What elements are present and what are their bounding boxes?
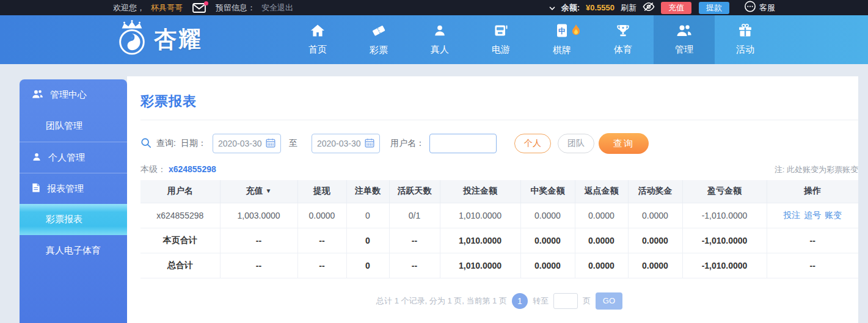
col-deposit-sortable[interactable]: 充值 ▼ xyxy=(220,180,297,203)
username-input[interactable] xyxy=(429,134,497,153)
table-cell: 0.0000 xyxy=(628,253,682,278)
goto-label: 转至 xyxy=(533,296,549,307)
live-person-icon xyxy=(433,24,447,40)
search-button[interactable]: 查询 xyxy=(599,133,649,154)
col-win-amount: 中奖金额 xyxy=(520,180,575,203)
table-cell: 0.0000 xyxy=(628,228,682,253)
team-filter-button[interactable]: 团队 xyxy=(558,134,594,153)
username-label: 用户名： xyxy=(390,138,425,149)
table-cell: x624855298 xyxy=(140,203,220,228)
nav-label: 真人 xyxy=(431,44,449,56)
nav-label: 电游 xyxy=(492,44,510,56)
goto-page-input[interactable] xyxy=(553,293,578,309)
nav-item-activity[interactable]: 活动 xyxy=(715,15,776,64)
table-cell-actions: -- xyxy=(767,228,858,253)
manage-users-icon xyxy=(676,24,692,40)
table-row: x624855298 1,003.0000 0.0000 0 0/1 1,010… xyxy=(140,203,858,228)
refresh-balance-link[interactable]: 刷新 xyxy=(621,2,636,13)
nav-label: 彩票 xyxy=(370,45,388,56)
nav-label: 棋牌 xyxy=(553,45,571,56)
home-icon xyxy=(310,24,325,40)
date-from-input[interactable]: 2020-03-30 xyxy=(213,134,281,153)
table-cell: 0 xyxy=(346,228,389,253)
main-navbar: 杏耀 首页 彩票 真人 电游 中 棋牌 xyxy=(0,15,868,64)
eye-slash-icon[interactable] xyxy=(643,2,655,13)
mail-icon[interactable] xyxy=(192,3,206,13)
sidebar-item-lottery-report[interactable]: 彩票报表 xyxy=(20,204,127,235)
date-label: 日期： xyxy=(181,138,206,149)
table-cell: 总合计 xyxy=(140,253,220,278)
sort-desc-icon: ▼ xyxy=(265,187,271,194)
nav-item-sports[interactable]: 体育 xyxy=(593,15,654,64)
sidebar-item-report-manage[interactable]: 报表管理 xyxy=(20,173,127,204)
brand-name: 杏耀 xyxy=(154,24,203,55)
sidebar-item-live-esports[interactable]: 真人电子体育 xyxy=(20,235,127,266)
personal-filter-button[interactable]: 个人 xyxy=(514,134,551,153)
sidebar-item-label: 管理中心 xyxy=(50,89,87,101)
logout-link[interactable]: 安全退出 xyxy=(261,2,293,13)
date-to-input[interactable]: 2020-03-30 xyxy=(312,134,380,153)
table-cell-profit-loss: -1,010.0000 xyxy=(682,253,767,278)
slot-machine-icon xyxy=(494,24,508,40)
table-cell: -- xyxy=(389,253,440,278)
level-user-link[interactable]: x624855298 xyxy=(169,164,216,174)
chase-number-link[interactable]: 追号 xyxy=(804,210,821,220)
go-button[interactable]: GO xyxy=(596,292,622,310)
level-label: 本级： xyxy=(140,164,166,174)
sidebar-item-team-manage[interactable]: 团队管理 xyxy=(20,111,127,142)
customer-service-button[interactable]: 客服 xyxy=(744,1,775,15)
calendar-icon[interactable] xyxy=(266,138,275,150)
table-cell-actions: 投注追号账变 xyxy=(767,203,858,228)
nav-item-egames[interactable]: 电游 xyxy=(470,15,531,64)
col-bet-amount: 投注金额 xyxy=(440,180,520,203)
table-cell: -- xyxy=(220,253,297,278)
nav-menu: 首页 彩票 真人 电游 中 棋牌 体育 xyxy=(287,15,776,64)
pagination-summary: 总计 1 个记录, 分为 1 页, 当前第 1 页 xyxy=(376,296,507,307)
col-active-days: 活跃天数 xyxy=(389,180,440,203)
search-icon xyxy=(140,137,151,150)
page-number-button[interactable]: 1 xyxy=(512,293,528,309)
trophy-icon xyxy=(616,24,630,40)
calendar-icon[interactable] xyxy=(365,138,374,150)
nav-item-boardgames[interactable]: 中 棋牌 xyxy=(531,15,593,64)
sidebar-item-personal-manage[interactable]: 个人管理 xyxy=(20,142,127,173)
reserved-info-label: 预留信息： xyxy=(216,2,255,13)
sidebar-item-label: 彩票报表 xyxy=(46,214,82,225)
table-cell: 0 xyxy=(346,253,389,278)
table-cell: 0.0000 xyxy=(297,203,346,228)
brand-logo-icon xyxy=(115,19,149,60)
sidebar-item-manage-center[interactable]: 管理中心 xyxy=(20,79,127,111)
user-icon xyxy=(32,152,42,164)
deposit-button[interactable]: 充值 xyxy=(661,2,691,14)
account-change-link[interactable]: 账变 xyxy=(825,210,842,220)
col-rebate-amount: 返点金额 xyxy=(575,180,628,203)
nav-item-live[interactable]: 真人 xyxy=(409,15,470,64)
svg-text:中: 中 xyxy=(558,27,566,35)
nav-label: 首页 xyxy=(308,44,327,56)
nav-label: 活动 xyxy=(736,44,754,56)
topbar-left: 欢迎您，杯具哥哥 预留信息： 安全退出 xyxy=(113,2,293,13)
withdraw-button[interactable]: 提款 xyxy=(699,2,729,14)
nav-item-lottery[interactable]: 彩票 xyxy=(348,15,409,64)
table-cell: 0.0000 xyxy=(575,228,628,253)
users-icon xyxy=(32,89,43,101)
current-username: 杯具哥哥 xyxy=(151,2,183,13)
page-unit-label: 页 xyxy=(583,296,591,307)
app-window: 欢迎您，杯具哥哥 预留信息： 安全退出 余额: ¥0.5550 刷新 充值 提款… xyxy=(0,0,868,323)
nav-item-home[interactable]: 首页 xyxy=(287,15,348,64)
welcome-text: 欢迎您， xyxy=(113,2,145,13)
sidebar-item-label: 团队管理 xyxy=(46,120,82,132)
pagination: 总计 1 个记录, 分为 1 页, 当前第 1 页 1 转至 页 GO xyxy=(140,292,858,310)
table-cell: 0.0000 xyxy=(520,253,575,278)
table-cell: 0/1 xyxy=(389,203,440,228)
bet-detail-link[interactable]: 投注 xyxy=(783,210,800,220)
table-row-grand-total: 总合计 -- -- 0 -- 1,010.0000 0.0000 0.0000 … xyxy=(140,253,858,278)
mahjong-icon: 中 xyxy=(555,23,569,40)
balance-value: ¥0.5550 xyxy=(586,3,615,12)
hot-flame-icon xyxy=(571,24,582,40)
page-title: 彩票报表 xyxy=(140,92,858,111)
chevron-down-icon[interactable] xyxy=(549,3,555,12)
nav-item-manage[interactable]: 管理 xyxy=(654,15,715,64)
col-activity-bonus: 活动奖金 xyxy=(628,180,682,203)
brand-logo[interactable]: 杏耀 xyxy=(115,19,203,60)
